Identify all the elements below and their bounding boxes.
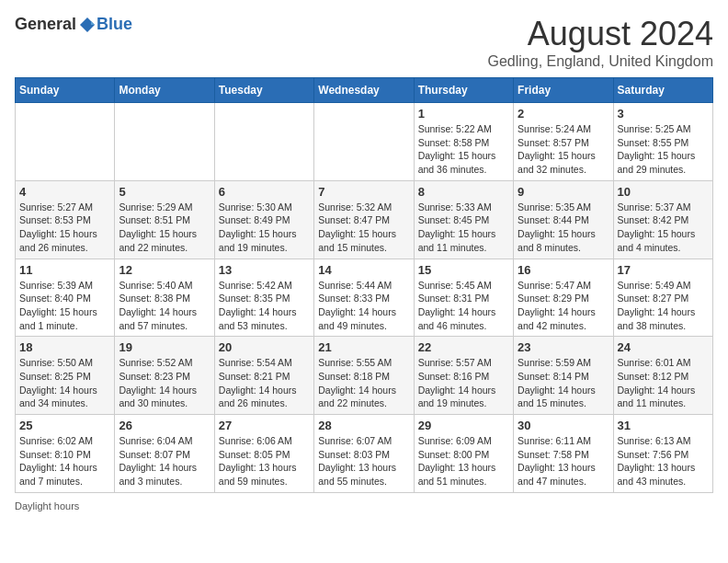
day-number: 9 xyxy=(518,185,609,199)
day-info: Sunrise: 6:06 AM Sunset: 8:05 PM Dayligh… xyxy=(219,434,310,488)
header-tuesday: Tuesday xyxy=(214,78,313,103)
calendar-week-row: 1Sunrise: 5:22 AM Sunset: 8:58 PM Daylig… xyxy=(16,103,713,181)
calendar-cell: 2Sunrise: 5:24 AM Sunset: 8:57 PM Daylig… xyxy=(514,103,613,181)
day-info: Sunrise: 5:22 AM Sunset: 8:58 PM Dayligh… xyxy=(418,122,509,177)
calendar-cell xyxy=(16,103,115,181)
day-number: 31 xyxy=(618,419,709,432)
subtitle: Gedling, England, United Kingdom xyxy=(488,53,714,70)
day-number: 1 xyxy=(418,107,509,121)
calendar-cell: 8Sunrise: 5:33 AM Sunset: 8:45 PM Daylig… xyxy=(414,180,513,259)
calendar-cell xyxy=(115,103,214,181)
day-number: 16 xyxy=(518,263,609,277)
day-info: Sunrise: 5:37 AM Sunset: 8:42 PM Dayligh… xyxy=(618,201,709,255)
main-title: August 2024 xyxy=(488,15,714,53)
header-wednesday: Wednesday xyxy=(314,78,414,103)
calendar-cell: 27Sunrise: 6:06 AM Sunset: 8:05 PM Dayli… xyxy=(214,415,313,493)
calendar-cell: 24Sunrise: 6:01 AM Sunset: 8:12 PM Dayli… xyxy=(613,337,712,415)
calendar-cell: 29Sunrise: 6:09 AM Sunset: 8:00 PM Dayli… xyxy=(414,415,513,493)
calendar-table: SundayMondayTuesdayWednesdayThursdayFrid… xyxy=(15,77,713,493)
day-info: Sunrise: 5:35 AM Sunset: 8:44 PM Dayligh… xyxy=(518,201,609,255)
day-info: Sunrise: 6:02 AM Sunset: 8:10 PM Dayligh… xyxy=(19,434,110,488)
day-number: 21 xyxy=(318,340,409,354)
day-number: 30 xyxy=(518,419,609,432)
calendar-week-row: 11Sunrise: 5:39 AM Sunset: 8:40 PM Dayli… xyxy=(16,259,713,337)
day-info: Sunrise: 5:40 AM Sunset: 8:38 PM Dayligh… xyxy=(119,279,210,333)
calendar-cell: 4Sunrise: 5:27 AM Sunset: 8:53 PM Daylig… xyxy=(16,180,115,259)
calendar-header-row: SundayMondayTuesdayWednesdayThursdayFrid… xyxy=(16,78,713,103)
calendar-cell: 17Sunrise: 5:49 AM Sunset: 8:27 PM Dayli… xyxy=(613,259,712,337)
calendar-cell: 9Sunrise: 5:35 AM Sunset: 8:44 PM Daylig… xyxy=(514,180,613,259)
title-block: August 2024 Gedling, England, United Kin… xyxy=(488,15,714,70)
calendar-cell: 21Sunrise: 5:55 AM Sunset: 8:18 PM Dayli… xyxy=(314,337,414,415)
day-number: 11 xyxy=(19,263,110,277)
day-number: 13 xyxy=(219,263,310,277)
header-monday: Monday xyxy=(115,78,214,103)
day-number: 22 xyxy=(418,340,509,354)
calendar-cell: 15Sunrise: 5:45 AM Sunset: 8:31 PM Dayli… xyxy=(414,259,513,337)
day-info: Sunrise: 5:50 AM Sunset: 8:25 PM Dayligh… xyxy=(19,356,110,410)
calendar-cell: 3Sunrise: 5:25 AM Sunset: 8:55 PM Daylig… xyxy=(613,103,712,181)
day-info: Sunrise: 5:32 AM Sunset: 8:47 PM Dayligh… xyxy=(318,201,409,255)
day-info: Sunrise: 5:54 AM Sunset: 8:21 PM Dayligh… xyxy=(219,356,310,410)
calendar-cell: 1Sunrise: 5:22 AM Sunset: 8:58 PM Daylig… xyxy=(414,103,513,181)
calendar-cell xyxy=(214,103,313,181)
calendar-cell: 26Sunrise: 6:04 AM Sunset: 8:07 PM Dayli… xyxy=(115,415,214,493)
day-number: 20 xyxy=(219,340,310,354)
header-thursday: Thursday xyxy=(414,78,513,103)
calendar-cell: 11Sunrise: 5:39 AM Sunset: 8:40 PM Dayli… xyxy=(16,259,115,337)
day-number: 8 xyxy=(418,185,509,199)
daylight-label: Daylight hours xyxy=(15,500,79,511)
calendar-cell: 28Sunrise: 6:07 AM Sunset: 8:03 PM Dayli… xyxy=(314,415,414,493)
day-info: Sunrise: 5:30 AM Sunset: 8:49 PM Dayligh… xyxy=(219,201,310,255)
calendar-cell: 20Sunrise: 5:54 AM Sunset: 8:21 PM Dayli… xyxy=(214,337,313,415)
day-number: 18 xyxy=(19,340,110,354)
day-info: Sunrise: 5:42 AM Sunset: 8:35 PM Dayligh… xyxy=(219,279,310,333)
day-info: Sunrise: 5:45 AM Sunset: 8:31 PM Dayligh… xyxy=(418,279,509,333)
calendar-cell: 18Sunrise: 5:50 AM Sunset: 8:25 PM Dayli… xyxy=(16,337,115,415)
day-info: Sunrise: 5:29 AM Sunset: 8:51 PM Dayligh… xyxy=(119,201,210,255)
day-number: 15 xyxy=(418,263,509,277)
footer: Daylight hours xyxy=(15,500,713,511)
day-number: 2 xyxy=(518,107,609,121)
calendar-cell: 10Sunrise: 5:37 AM Sunset: 8:42 PM Dayli… xyxy=(613,180,712,259)
calendar-cell: 16Sunrise: 5:47 AM Sunset: 8:29 PM Dayli… xyxy=(514,259,613,337)
calendar-cell: 19Sunrise: 5:52 AM Sunset: 8:23 PM Dayli… xyxy=(115,337,214,415)
day-info: Sunrise: 5:49 AM Sunset: 8:27 PM Dayligh… xyxy=(618,279,709,333)
day-info: Sunrise: 5:59 AM Sunset: 8:14 PM Dayligh… xyxy=(518,356,609,410)
day-info: Sunrise: 6:01 AM Sunset: 8:12 PM Dayligh… xyxy=(618,356,709,410)
logo-general-text: General xyxy=(15,15,76,34)
calendar-cell: 23Sunrise: 5:59 AM Sunset: 8:14 PM Dayli… xyxy=(514,337,613,415)
day-info: Sunrise: 5:24 AM Sunset: 8:57 PM Dayligh… xyxy=(518,122,609,177)
day-info: Sunrise: 5:44 AM Sunset: 8:33 PM Dayligh… xyxy=(318,279,409,333)
day-info: Sunrise: 6:09 AM Sunset: 8:00 PM Dayligh… xyxy=(418,434,509,488)
day-info: Sunrise: 5:47 AM Sunset: 8:29 PM Dayligh… xyxy=(518,279,609,333)
calendar-cell xyxy=(314,103,414,181)
logo: General Blue xyxy=(15,15,132,34)
calendar-cell: 31Sunrise: 6:13 AM Sunset: 7:56 PM Dayli… xyxy=(613,415,712,493)
day-number: 7 xyxy=(318,185,409,199)
day-info: Sunrise: 5:55 AM Sunset: 8:18 PM Dayligh… xyxy=(318,356,409,410)
day-number: 6 xyxy=(219,185,310,199)
day-number: 17 xyxy=(618,263,709,277)
header-sunday: Sunday xyxy=(16,78,115,103)
day-number: 23 xyxy=(518,340,609,354)
logo-blue-text: Blue xyxy=(97,15,132,34)
calendar-cell: 5Sunrise: 5:29 AM Sunset: 8:51 PM Daylig… xyxy=(115,180,214,259)
day-info: Sunrise: 6:07 AM Sunset: 8:03 PM Dayligh… xyxy=(318,434,409,488)
calendar-week-row: 25Sunrise: 6:02 AM Sunset: 8:10 PM Dayli… xyxy=(16,415,713,493)
calendar-cell: 22Sunrise: 5:57 AM Sunset: 8:16 PM Dayli… xyxy=(414,337,513,415)
day-info: Sunrise: 5:52 AM Sunset: 8:23 PM Dayligh… xyxy=(119,356,210,410)
day-info: Sunrise: 5:27 AM Sunset: 8:53 PM Dayligh… xyxy=(19,201,110,255)
day-number: 10 xyxy=(618,185,709,199)
day-number: 24 xyxy=(618,340,709,354)
page-header: General Blue August 2024 Gedling, Englan… xyxy=(15,15,713,70)
day-number: 5 xyxy=(119,185,210,199)
calendar-week-row: 4Sunrise: 5:27 AM Sunset: 8:53 PM Daylig… xyxy=(16,180,713,259)
day-info: Sunrise: 5:57 AM Sunset: 8:16 PM Dayligh… xyxy=(418,356,509,410)
calendar-cell: 12Sunrise: 5:40 AM Sunset: 8:38 PM Dayli… xyxy=(115,259,214,337)
day-number: 12 xyxy=(119,263,210,277)
calendar-cell: 6Sunrise: 5:30 AM Sunset: 8:49 PM Daylig… xyxy=(214,180,313,259)
day-number: 4 xyxy=(19,185,110,199)
day-info: Sunrise: 5:33 AM Sunset: 8:45 PM Dayligh… xyxy=(418,201,509,255)
calendar-week-row: 18Sunrise: 5:50 AM Sunset: 8:25 PM Dayli… xyxy=(16,337,713,415)
